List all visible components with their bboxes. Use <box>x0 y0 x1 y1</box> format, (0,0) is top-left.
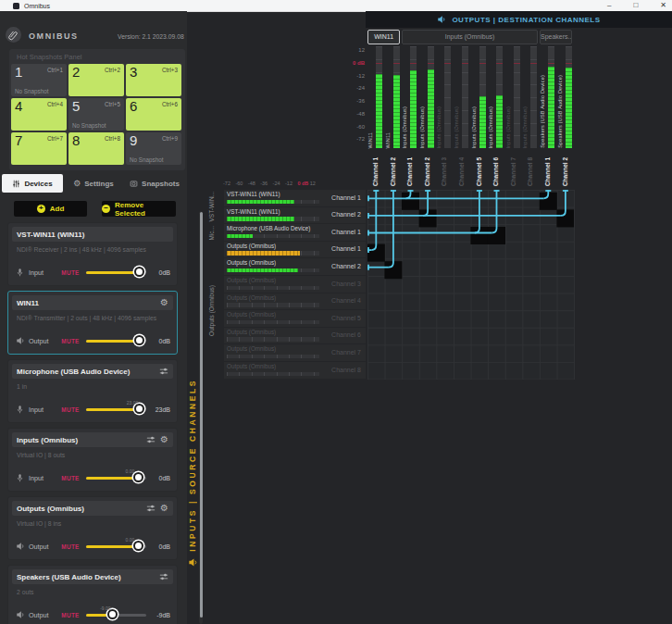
db-scale-label: -48 <box>344 111 365 117</box>
destination-channel-header[interactable]: Channel 1 <box>402 152 419 188</box>
io-label: Output <box>29 543 55 551</box>
destination-channel-header[interactable]: Channel 6 <box>488 152 505 188</box>
source-channel-row[interactable]: Outputs (Omnibus)Channel 8 <box>224 362 366 379</box>
tab-devices[interactable]: Devices <box>2 174 63 193</box>
source-channel-row[interactable]: Outputs (Omnibus)Channel 7 <box>224 344 366 361</box>
scrollbar-thumb[interactable] <box>200 212 203 618</box>
destination-group-speakers-[interactable]: Speakers... <box>540 30 572 44</box>
speaker-icon <box>437 15 446 24</box>
source-channel-row[interactable]: Outputs (Omnibus)Channel 5 <box>224 310 366 327</box>
snapshot-slot-9[interactable]: 9Ctrl+9No Snapshot <box>126 132 181 165</box>
destination-channel-header[interactable]: Channel 5 <box>471 152 489 188</box>
source-channel-row[interactable]: VST-WIN11 (WIN11)Channel 1 <box>224 190 366 206</box>
destination-channel-header[interactable]: Channel 8 <box>522 152 540 188</box>
mute-button[interactable]: MUTE <box>58 543 82 550</box>
device-card[interactable]: Inputs (Omnibus)⚙Virtual IO | 8 outsInpu… <box>7 428 178 492</box>
remove-selected-button[interactable]: − Remove Selected <box>102 201 176 217</box>
gear-icon[interactable]: ⚙ <box>160 435 168 444</box>
minimize-button[interactable]: – <box>607 0 611 11</box>
destination-channel-header[interactable]: Channel 2 <box>557 152 575 188</box>
meter-zero-line <box>548 63 554 64</box>
mixer-icon[interactable] <box>159 568 168 585</box>
destination-channel-header[interactable]: Channel 2 <box>385 152 403 188</box>
volume-slider[interactable] <box>86 335 146 346</box>
slider-knob[interactable] <box>133 472 143 482</box>
tab-snapshots[interactable]: Snapshots <box>124 174 185 193</box>
snapshot-number: 1 <box>15 64 22 80</box>
slider-knob[interactable] <box>133 541 143 551</box>
source-meter-fill <box>227 251 300 256</box>
snapshot-slot-4[interactable]: 4Ctrl+4 <box>11 98 67 131</box>
routing-connections[interactable] <box>367 190 575 380</box>
device-list: VST-WIN11 (WIN11)NDI® Receiver | 2 ins |… <box>7 222 178 624</box>
source-channel-row[interactable]: Microphone (USB Audio Device)Channel 1 <box>224 224 366 241</box>
gear-icon[interactable]: ⚙ <box>160 504 168 513</box>
db-value: 0dB <box>150 269 170 276</box>
destination-channel-header[interactable]: Channel 7 <box>505 152 523 188</box>
device-card[interactable]: Microphone (USB Audio Device)1 inInputMU… <box>7 359 178 423</box>
add-device-button[interactable]: + Add <box>14 201 87 217</box>
snapshot-number: 6 <box>130 98 137 114</box>
meter-track <box>462 46 468 148</box>
snapshot-slot-5[interactable]: 5Ctrl+5No Snapshot <box>68 98 124 131</box>
slider-knob[interactable] <box>134 267 144 277</box>
volume-slider[interactable]: 23.00 <box>86 404 146 415</box>
sliders-icon <box>12 180 20 188</box>
device-card[interactable]: WIN11⚙NDI® Transmitter | 2 outs | 48 kHz… <box>7 291 178 355</box>
source-channel-row[interactable]: Outputs (Omnibus)Channel 1 <box>224 242 366 258</box>
source-channel-row[interactable]: Outputs (Omnibus)Channel 2 <box>224 258 366 275</box>
destination-channel-header[interactable]: Channel 2 <box>419 152 437 188</box>
destination-channel-header[interactable]: Channel 3 <box>436 152 454 188</box>
volume-slider[interactable]: 0.00 <box>86 541 146 552</box>
mute-button[interactable]: MUTE <box>58 612 82 618</box>
mixer-icon[interactable] <box>146 500 156 517</box>
source-channel-row[interactable]: VST-WIN11 (WIN11)Channel 2 <box>224 207 366 224</box>
source-channel-label: Channel 8 <box>331 367 361 373</box>
device-header-icons: ⚙ <box>146 500 168 517</box>
device-volume-row: InputMUTE0dB <box>15 266 170 279</box>
destination-group-inputs-omnibus-[interactable]: Inputs (Omnibus) <box>402 30 538 44</box>
mixer-icon[interactable] <box>159 363 168 380</box>
volume-slider[interactable]: 0.00 <box>86 472 146 483</box>
slider-knob[interactable] <box>134 335 144 345</box>
mute-button[interactable]: MUTE <box>58 406 82 413</box>
speaker-icon <box>15 610 25 619</box>
outputs-header-label: OUTPUTS | DESTINATION CHANNELS <box>452 16 600 24</box>
volume-slider[interactable] <box>86 267 146 278</box>
volume-slider[interactable]: -9.00 <box>86 609 146 620</box>
snapshot-slot-6[interactable]: 6Ctrl+6 <box>126 98 181 131</box>
device-card[interactable]: Speakers (USB Audio Device)2 outsOutputM… <box>7 565 178 624</box>
device-card[interactable]: Outputs (Omnibus)⚙Virtual IO | 8 insOutp… <box>7 496 178 560</box>
mute-button[interactable]: MUTE <box>58 475 82 481</box>
snapshot-slot-8[interactable]: 8Ctrl+8 <box>68 132 124 165</box>
db-scale-label: -12 <box>285 181 292 186</box>
destination-channel-header[interactable]: Channel 1 <box>367 152 385 188</box>
device-card[interactable]: VST-WIN11 (WIN11)NDI® Receiver | 2 ins |… <box>7 222 178 286</box>
maximize-button[interactable]: □ <box>633 0 638 11</box>
snapshot-slot-2[interactable]: 2Ctrl+2 <box>68 64 124 96</box>
destination-group-win11[interactable]: WIN11 <box>367 30 400 44</box>
device-name: VST-WIN11 (WIN11) <box>17 231 168 239</box>
snapshot-slot-7[interactable]: 7Ctrl+7 <box>11 132 67 165</box>
snapshot-number: 2 <box>72 64 80 80</box>
db-value: 0dB <box>150 475 170 481</box>
mute-button[interactable]: MUTE <box>58 269 82 276</box>
mute-button[interactable]: MUTE <box>58 338 82 344</box>
snapshot-slot-3[interactable]: 3Ctrl+3 <box>126 64 181 96</box>
matrix-connections-svg[interactable] <box>367 190 574 380</box>
tab-settings[interactable]: ⚙Settings <box>63 174 124 193</box>
source-list-scrollbar[interactable] <box>199 211 203 624</box>
source-channel-row[interactable]: Outputs (Omnibus)Channel 3 <box>224 276 366 293</box>
speaker-icon <box>188 555 198 571</box>
gear-icon[interactable]: ⚙ <box>160 298 168 307</box>
slider-knob[interactable] <box>107 609 118 619</box>
meter-track <box>444 46 451 148</box>
destination-channel-header[interactable]: Channel 4 <box>454 152 471 188</box>
close-button[interactable]: ✕ <box>660 0 666 11</box>
mixer-icon[interactable] <box>146 431 156 448</box>
source-channel-row[interactable]: Outputs (Omnibus)Channel 6 <box>224 328 366 344</box>
slider-knob[interactable] <box>134 404 144 414</box>
snapshot-slot-1[interactable]: 1Ctrl+1No Snapshot <box>11 64 67 96</box>
destination-channel-header[interactable]: Channel 1 <box>540 152 557 188</box>
source-channel-row[interactable]: Outputs (Omnibus)Channel 4 <box>224 293 366 310</box>
